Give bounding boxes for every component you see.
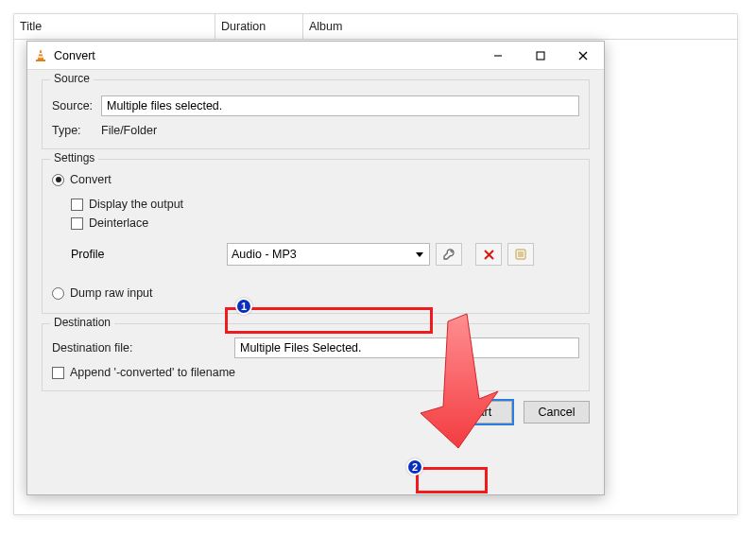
type-value: File/Folder (101, 124, 157, 137)
profile-select[interactable]: Audio - MP3 (227, 243, 430, 266)
source-group: Source Source: Type: File/Folder (42, 79, 590, 149)
svg-rect-3 (36, 60, 45, 61)
dump-radio-label: Dump raw input (70, 286, 153, 300)
checkbox-icon (71, 199, 83, 211)
source-label: Source: (52, 99, 94, 112)
close-button[interactable] (561, 42, 604, 70)
destination-file-input[interactable] (234, 337, 579, 358)
wrench-icon (442, 248, 455, 261)
append-converted-label: Append '-converted' to filename (70, 366, 235, 379)
convert-radio[interactable]: Convert (52, 173, 112, 186)
delete-profile-button[interactable] (475, 243, 502, 266)
radio-icon (52, 174, 64, 186)
callout-badge-2: 2 (406, 458, 423, 475)
convert-radio-label: Convert (70, 173, 112, 186)
svg-marker-0 (38, 50, 43, 61)
vlc-cone-icon (27, 49, 54, 62)
svg-rect-2 (39, 56, 43, 57)
destination-group: Destination Destination file: Append '-c… (42, 323, 590, 391)
profile-value: Audio - MP3 (232, 248, 416, 261)
col-duration[interactable]: Duration (215, 14, 303, 40)
titlebar: Convert (27, 42, 604, 70)
source-group-title: Source (50, 72, 94, 85)
checkbox-icon (71, 217, 83, 230)
dump-radio[interactable]: Dump raw input (52, 286, 153, 300)
deinterlace-label: Deinterlace (89, 216, 148, 230)
svg-rect-1 (39, 53, 42, 54)
destination-file-label: Destination file: (52, 341, 227, 354)
type-label: Type: (52, 124, 94, 137)
x-icon (484, 250, 494, 260)
new-profile-icon (515, 249, 526, 260)
column-headers: Title Duration Album (14, 14, 737, 40)
chevron-down-icon (416, 252, 423, 257)
convert-dialog: Convert Source Source: Type: File/Folder… (26, 41, 605, 495)
display-output-checkbox[interactable]: Display the output (71, 198, 183, 211)
settings-group: Settings Convert Display the output Dein… (42, 159, 590, 314)
edit-profile-button[interactable] (436, 243, 462, 266)
settings-group-title: Settings (50, 151, 98, 164)
source-input[interactable] (101, 95, 579, 116)
maximize-button[interactable] (519, 42, 561, 70)
destination-group-title: Destination (50, 316, 114, 329)
append-converted-checkbox[interactable]: Append '-converted' to filename (52, 366, 235, 379)
display-output-label: Display the output (89, 198, 183, 211)
callout-badge-1: 1 (235, 298, 252, 315)
dialog-title: Convert (54, 42, 476, 70)
col-title[interactable]: Title (14, 14, 215, 40)
svg-rect-5 (537, 52, 544, 60)
col-album[interactable]: Album (303, 14, 719, 40)
profile-label: Profile (52, 248, 227, 261)
new-profile-button[interactable] (507, 243, 534, 266)
cancel-button[interactable]: Cancel (524, 401, 590, 424)
minimize-button[interactable] (476, 42, 519, 70)
checkbox-icon (52, 367, 64, 379)
start-button[interactable]: Start (446, 401, 512, 424)
radio-icon (52, 287, 64, 300)
deinterlace-checkbox[interactable]: Deinterlace (71, 216, 148, 230)
